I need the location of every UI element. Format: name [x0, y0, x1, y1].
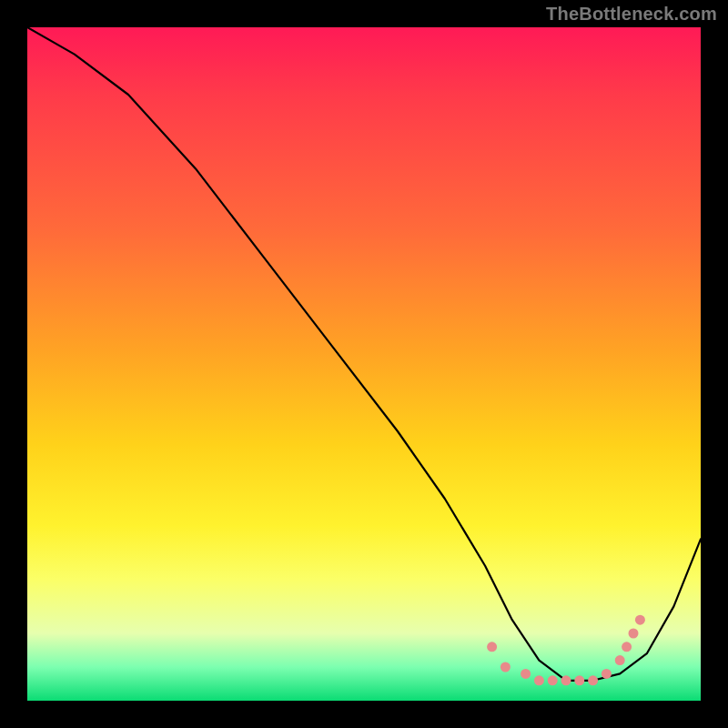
main-curve — [27, 27, 701, 681]
marker-dot — [548, 675, 558, 685]
chart-frame: TheBottleneck.com — [0, 0, 728, 728]
marker-dot — [521, 669, 531, 679]
marker-dot — [602, 669, 612, 679]
marker-dot — [487, 642, 497, 652]
marker-dot — [574, 675, 584, 685]
watermark-label: TheBottleneck.com — [546, 4, 717, 25]
marker-dot — [615, 655, 625, 665]
curve-svg — [27, 27, 701, 701]
marker-dot — [629, 629, 639, 639]
marker-dot — [561, 675, 571, 685]
marker-dot — [588, 675, 598, 685]
plot-area — [27, 27, 701, 701]
marker-dot — [635, 615, 645, 625]
marker-dot — [534, 675, 544, 685]
marker-dot — [500, 662, 511, 672]
marker-group — [487, 615, 645, 686]
marker-dot — [622, 642, 632, 652]
